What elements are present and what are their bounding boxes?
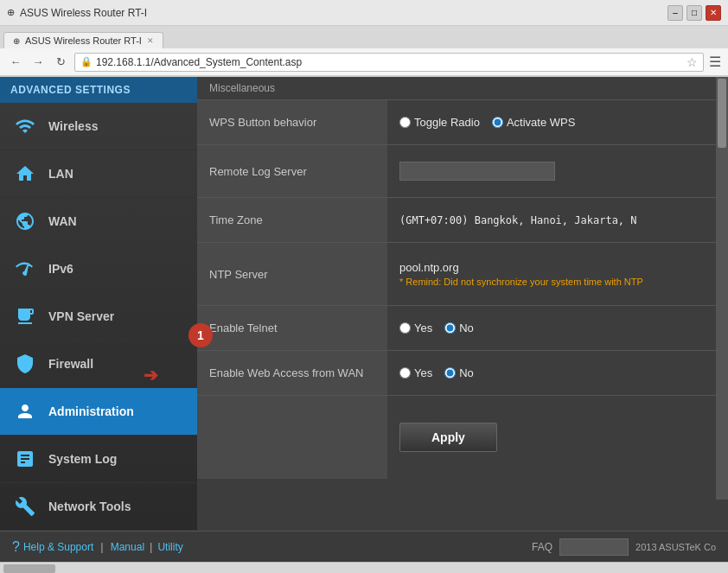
webaccess-no-input[interactable] — [444, 367, 456, 379]
sidebar: Advanced Settings Wireless LAN — [0, 77, 197, 531]
apply-button[interactable]: Apply — [399, 423, 497, 452]
shield-icon — [12, 351, 38, 377]
bottom-scrollbar-thumb[interactable] — [3, 564, 55, 573]
wps-activate-radio[interactable]: Activate WPS — [492, 116, 575, 129]
ntp-server-text: pool.ntp.org — [399, 261, 716, 274]
sidebar-label-lan: LAN — [48, 167, 73, 181]
sidebar-label-administration: Administration — [48, 404, 134, 418]
back-button[interactable]: ← — [7, 54, 24, 71]
browser-title: ASUS Wireless Router RT-I — [20, 7, 147, 19]
sidebar-label-wireless: Wireless — [48, 119, 98, 133]
tab-bar: ⊕ ASUS Wireless Router RT-I ✕ — [0, 26, 728, 48]
browser-tab[interactable]: ⊕ ASUS Wireless Router RT-I ✕ — [3, 32, 163, 48]
telnet-yes-radio[interactable]: Yes — [399, 322, 432, 334]
close-button[interactable]: ✕ — [706, 5, 721, 21]
sidebar-label-networktools: Network Tools — [48, 500, 131, 513]
address-input[interactable] — [96, 56, 683, 68]
sidebar-item-networktools[interactable]: Network Tools — [0, 483, 197, 531]
apply-cell: Apply — [387, 395, 728, 479]
wps-label: WPS Button behavior — [197, 100, 387, 144]
telnet-value: Yes No — [387, 305, 728, 350]
sidebar-item-firewall[interactable]: Firewall — [0, 341, 197, 388]
table-row: Enable Web Access from WAN Yes No — [197, 350, 728, 395]
table-row: Remote Log Server — [197, 144, 728, 198]
faq-input[interactable] — [559, 538, 629, 556]
sidebar-item-vpn[interactable]: VPN Server — [0, 293, 197, 341]
ipv6-icon — [12, 256, 38, 282]
tab-favicon: ⊕ — [13, 36, 20, 46]
telnet-no-input[interactable] — [444, 322, 456, 334]
timezone-text: (GMT+07:00) Bangkok, Hanoi, Jakarta, N — [399, 214, 637, 226]
scrollbar-thumb[interactable] — [718, 79, 726, 148]
sidebar-item-systemlog[interactable]: System Log — [0, 436, 197, 483]
spacer-row — [197, 479, 728, 531]
sidebar-item-wireless[interactable]: Wireless — [0, 103, 197, 150]
sidebar-item-wan[interactable]: WAN — [0, 198, 197, 245]
help-circle-icon: ? — [12, 539, 20, 555]
section-header: Miscellaneous — [197, 77, 728, 100]
ntp-warning: * Remind: Did not synchronize your syste… — [399, 277, 716, 287]
telnet-yes-label: Yes — [414, 322, 432, 334]
vpn-icon — [12, 303, 38, 329]
wps-toggle-radio[interactable]: Toggle Radio — [399, 116, 480, 129]
telnet-label: Enable Telnet — [197, 305, 387, 350]
wps-toggle-label: Toggle Radio — [414, 116, 480, 129]
lock-icon: 🔒 — [80, 56, 93, 67]
wps-value: Toggle Radio Activate WPS — [387, 100, 728, 144]
webaccess-label: Enable Web Access from WAN — [197, 350, 387, 395]
browser-favicon: ⊕ — [7, 7, 15, 18]
bookmark-icon[interactable]: ☆ — [686, 55, 698, 69]
bottom-scrollbar[interactable] — [0, 562, 728, 573]
browser-menu-icon[interactable]: ☰ — [709, 54, 721, 70]
wps-activate-input[interactable] — [492, 117, 503, 128]
minimize-button[interactable]: – — [667, 5, 683, 21]
help-support-link[interactable]: Help & Support — [23, 541, 93, 553]
table-row: NTP Server pool.ntp.org * Remind: Did no… — [197, 243, 728, 306]
sidebar-header: Advanced Settings — [0, 77, 197, 103]
webaccess-yes-radio[interactable]: Yes — [399, 366, 432, 379]
manual-link[interactable]: Manual — [111, 541, 144, 553]
scrollbar-track[interactable] — [716, 77, 728, 500]
telnet-no-radio[interactable]: No — [444, 322, 474, 334]
wps-activate-label: Activate WPS — [507, 116, 575, 129]
sidebar-label-vpn: VPN Server — [48, 309, 114, 323]
forward-button[interactable]: → — [29, 54, 47, 71]
ntp-label: NTP Server — [197, 243, 387, 306]
timezone-value: (GMT+07:00) Bangkok, Hanoi, Jakarta, N — [387, 198, 728, 243]
annotation-arrow: ➔ — [144, 365, 158, 385]
utility-link[interactable]: Utility — [157, 541, 182, 553]
faq-label: FAQ — [532, 541, 552, 553]
globe-icon — [12, 208, 38, 234]
maximize-button[interactable]: □ — [686, 5, 702, 21]
sidebar-label-ipv6: IPv6 — [48, 262, 73, 276]
webaccess-yes-label: Yes — [414, 366, 432, 379]
log-icon — [12, 446, 38, 472]
admin-icon — [12, 398, 38, 424]
table-row: Time Zone (GMT+07:00) Bangkok, Hanoi, Ja… — [197, 198, 728, 243]
table-row: WPS Button behavior Toggle Radio Activat… — [197, 100, 728, 144]
apply-row: Apply — [197, 395, 728, 479]
webaccess-no-radio[interactable]: No — [444, 366, 474, 379]
footer-separator1: | — [100, 540, 103, 553]
sidebar-item-ipv6[interactable]: IPv6 — [0, 245, 197, 293]
refresh-button[interactable]: ↻ — [52, 54, 69, 71]
wifi-icon — [12, 113, 38, 139]
table-row: Enable Telnet Yes No — [197, 305, 728, 350]
sidebar-label-wan: WAN — [48, 214, 77, 228]
timezone-label: Time Zone — [197, 198, 387, 243]
sidebar-item-lan[interactable]: LAN — [0, 150, 197, 198]
settings-table: WPS Button behavior Toggle Radio Activat… — [197, 100, 728, 531]
webaccess-yes-input[interactable] — [399, 367, 411, 379]
tab-label: ASUS Wireless Router RT-I — [25, 35, 142, 46]
sidebar-label-firewall: Firewall — [48, 357, 93, 371]
ntp-value: pool.ntp.org * Remind: Did not synchroni… — [387, 243, 728, 306]
sidebar-item-administration[interactable]: Administration — [0, 388, 197, 436]
webaccess-no-label: No — [459, 366, 474, 379]
remote-log-input[interactable] — [399, 162, 555, 181]
copyright: 2013 ASUSTeK Co — [635, 542, 716, 552]
telnet-yes-input[interactable] — [399, 322, 411, 334]
wps-toggle-input[interactable] — [399, 117, 411, 128]
annotation-circle: 1 — [188, 323, 213, 347]
tab-close-icon[interactable]: ✕ — [147, 36, 154, 45]
remote-log-label: Remote Log Server — [197, 144, 387, 198]
